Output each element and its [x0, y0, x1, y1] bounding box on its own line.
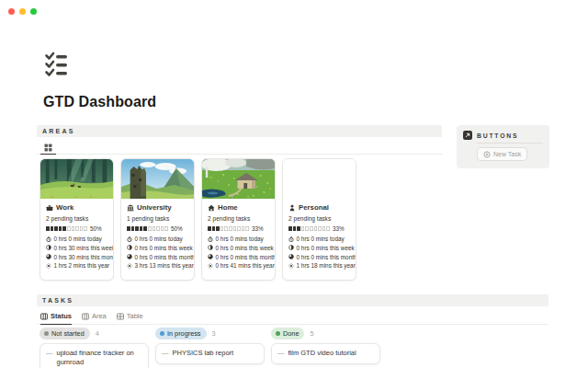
cover-forest-meadow	[40, 159, 113, 199]
status-pill[interactable]: Not started	[40, 328, 90, 339]
board-view-icon	[40, 313, 48, 320]
progress-segments	[288, 226, 330, 231]
area-name: University	[137, 203, 172, 212]
task-card[interactable]: — upload finance tracker on gumroad	[40, 343, 149, 368]
close-window-button[interactable]	[8, 8, 15, 15]
task-card-list: — film GTD video tutorial	[271, 343, 380, 364]
cover-blank	[283, 159, 356, 199]
time-stat-row: 0 hrs 41 mins this year	[208, 262, 269, 269]
three-quarter-circle-icon	[127, 254, 132, 259]
cover-castle-valley	[121, 159, 194, 199]
status-label: Done	[283, 329, 299, 338]
time-stat-label: 0 hrs 0 mins this month	[135, 254, 196, 260]
half-circle-icon	[208, 245, 213, 250]
area-card[interactable]: Work 2 pending tasks 50% 0 hrs 0 mins to…	[40, 158, 114, 281]
area-card-list: Work 2 pending tasks 50% 0 hrs 0 mins to…	[40, 158, 356, 281]
time-stat-label: 0 hrs 0 mins this week	[135, 245, 193, 251]
half-circle-icon	[46, 245, 51, 250]
new-task-button[interactable]: New Task	[477, 147, 527, 161]
dash-icon: —	[46, 349, 53, 358]
task-title: film GTD video tutorial	[288, 349, 356, 358]
task-title: PHYSICS lab report	[173, 349, 234, 358]
pending-tasks-label: 2 pending tasks	[46, 215, 107, 222]
time-stat-label: 0 hrs 0 mins today	[54, 236, 102, 242]
checklist-page-icon[interactable]	[43, 50, 71, 77]
time-stat-label: 0 hrs 0 mins this week	[297, 245, 355, 251]
minimize-window-button[interactable]	[19, 8, 26, 15]
cover-house-meadow	[202, 159, 275, 199]
time-stat-label: 0 hrs 0 mins today	[216, 236, 264, 242]
column-count: 3	[212, 329, 216, 338]
task-title: upload finance tracker on gumroad	[57, 349, 143, 366]
area-name: Home	[218, 203, 238, 212]
time-stat-label: 1 hrs 2 mins this year	[54, 262, 110, 269]
progress-segments	[208, 226, 249, 231]
kanban-column: Not started 4 — upload finance tracker o…	[40, 328, 149, 368]
new-task-label: New Task	[493, 151, 521, 157]
time-stat-row: 0 hrs 0 mins this month	[208, 254, 269, 260]
tab-area[interactable]: Area	[82, 312, 107, 324]
areas-view-tabs	[37, 139, 442, 155]
progress-segments	[46, 226, 87, 231]
pending-tasks-label: 2 pending tasks	[208, 215, 269, 222]
task-card[interactable]: — PHYSICS lab report	[155, 343, 265, 364]
time-stat-row: 0 hrs 0 mins this week	[208, 245, 269, 251]
tab-table[interactable]: Table	[117, 312, 143, 324]
three-quarter-circle-icon	[208, 254, 213, 259]
area-card[interactable]: University 1 pending tasks 50% 0 hrs 0 m…	[120, 158, 195, 281]
board-view-icon	[82, 313, 89, 320]
progress-percent: 50%	[171, 225, 183, 232]
three-quarter-circle-icon	[46, 254, 51, 259]
progress-bar: 50%	[46, 225, 107, 232]
time-stats: 0 hrs 0 mins today 0 hrs 30 mins this we…	[46, 236, 107, 269]
status-label: Not started	[51, 329, 85, 338]
status-dot	[160, 331, 164, 336]
time-stat-label: 0 hrs 30 mins this month	[54, 254, 115, 260]
divider	[477, 143, 543, 144]
tab-status[interactable]: Status	[40, 312, 72, 325]
time-stat-label: 0 hrs 41 mins this year	[216, 262, 275, 269]
time-stat-label: 0 hrs 0 mins today	[297, 236, 345, 242]
tasks-section-heading[interactable]: TASKS	[37, 294, 548, 306]
time-stat-label: 3 hrs 13 mins this year	[135, 262, 194, 269]
areas-section-heading[interactable]: AREAS	[37, 125, 442, 137]
progress-percent: 50%	[90, 225, 102, 232]
column-count: 4	[96, 329, 99, 338]
pending-tasks-label: 1 pending tasks	[127, 215, 188, 222]
time-stat-label: 0 hrs 0 mins this week	[216, 245, 274, 251]
progress-bar: 33%	[208, 225, 269, 232]
page-title: GTD Dashboard	[43, 94, 156, 110]
tab-area-label: Area	[92, 312, 107, 320]
time-stat-label: 0 hrs 0 mins today	[135, 236, 183, 242]
progress-percent: 33%	[252, 225, 264, 232]
tasks-view-tabs: Status Area Table	[37, 307, 548, 325]
time-stat-row: 0 hrs 0 mins this week	[288, 245, 350, 251]
column-count: 5	[310, 329, 313, 338]
tab-table-label: Table	[127, 312, 143, 320]
buttons-panel-title: BUTTONS	[477, 132, 518, 139]
fullscreen-window-button[interactable]	[30, 8, 37, 15]
table-view-icon	[117, 313, 124, 320]
progress-bar: 50%	[127, 225, 188, 232]
status-pill[interactable]: In progress	[155, 328, 207, 339]
area-card[interactable]: Personal 2 pending tasks 33% 0 hrs 0 min…	[282, 158, 356, 281]
time-stat-row: 0 hrs 0 mins today	[208, 236, 269, 242]
area-card[interactable]: Home 2 pending tasks 33% 0 hrs 0 mins to…	[201, 158, 276, 281]
plus-circle-icon	[483, 151, 491, 158]
clock-icon	[288, 236, 294, 242]
progress-segments	[127, 226, 168, 231]
areas-heading-label: AREAS	[42, 128, 75, 134]
progress-percent: 33%	[333, 225, 345, 232]
time-stat-row: 3 hrs 13 mins this year	[127, 262, 188, 269]
status-pill[interactable]: Done	[271, 328, 304, 339]
time-stat-label: 0 hrs 0 mins this month	[216, 254, 277, 260]
task-card[interactable]: — film GTD video tutorial	[271, 343, 380, 364]
button-block-icon	[463, 131, 472, 140]
clock-icon	[127, 236, 132, 242]
time-stat-row: 0 hrs 0 mins this month	[127, 254, 188, 260]
window-controls	[8, 8, 37, 15]
time-stat-row: 0 hrs 0 mins today	[127, 236, 188, 242]
briefcase-icon	[46, 204, 53, 212]
three-quarter-circle-icon	[288, 254, 294, 259]
gallery-view-tab[interactable]	[40, 141, 56, 155]
